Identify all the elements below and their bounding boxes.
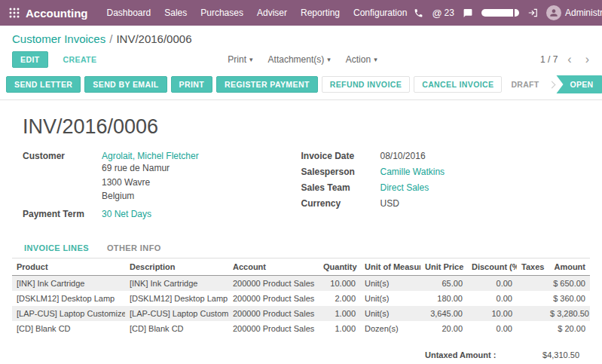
menu-item-adviser[interactable]: Adviser [250,1,294,25]
chat-bubble-icon[interactable] [463,8,473,18]
table-cell: [CD] Blank CD [12,321,125,336]
usage-progress-bar[interactable] [481,9,519,17]
print-button[interactable]: PRINT [171,76,213,93]
table-cell: Unit(s) [360,306,420,321]
table-cell: $ 20.00 [545,321,590,336]
breadcrumb: Customer Invoices / INV/2016/0006 [0,26,602,47]
table-cell: 200000 Product Sales [228,275,319,291]
column-header-account[interactable]: Account [228,258,319,276]
dropdown-attachment-s-[interactable]: Attachment(s)▾ [268,54,331,65]
table-cell: Unit(s) [360,275,420,291]
table-cell [517,306,545,321]
customer-link[interactable]: Agrolait, Michel Fletcher [102,151,199,161]
table-cell: 65.00 [420,275,467,291]
app-title[interactable]: Accounting [26,7,88,20]
payment-term-label: Payment Term [23,209,102,219]
table-cell: [LAP-CUS] Laptop Customized [125,306,228,321]
caret-down-icon: ▾ [249,57,253,63]
send-by-email-button[interactable]: SEND BY EMAIL [84,76,167,93]
table-cell: 10.00 [467,306,517,321]
create-button[interactable]: CREATE [56,52,105,67]
table-cell: 200000 Product Sales [228,291,319,306]
table-cell: [DSKLM12] Desktop Lamp [125,291,228,306]
customer-label: Customer [23,151,102,203]
menu-item-dashboard[interactable]: Dashboard [100,1,158,25]
phone-icon[interactable] [414,8,423,18]
table-cell: [INK] Ink Cartridge [12,275,125,291]
avatar [546,5,561,20]
field-group-left: Customer Agrolait, Michel Fletcher 69 ru… [23,151,301,225]
table-cell: 0.00 [467,321,517,336]
dropdown-print[interactable]: Print▾ [228,54,252,65]
payment-term-link[interactable]: 30 Net Days [102,209,151,219]
table-cell: 10.000 [319,275,360,291]
table-row[interactable]: [DSKLM12] Desktop Lamp[DSKLM12] Desktop … [12,291,590,306]
mentions-counter[interactable]: @ 23 [432,8,454,19]
apps-grid-icon[interactable] [9,8,20,18]
cancel-invoice-button[interactable]: CANCEL INVOICE [414,76,502,93]
menu-item-configuration[interactable]: Configuration [347,1,414,25]
send-letter-button[interactable]: SEND LETTER [6,76,81,93]
table-cell: Unit(s) [360,291,420,306]
table-cell: 20.00 [420,321,467,336]
menu-item-reporting[interactable]: Reporting [294,1,347,25]
invoice-lines-body: [INK] Ink Cartridge[INK] Ink Cartridge20… [12,275,590,336]
column-header-description[interactable]: Description [125,258,228,276]
table-cell: 0.00 [467,275,517,291]
untaxed-amount-label: Untaxed Amount : [425,350,496,359]
customer-address-line: Belgium [102,189,199,203]
pager-next-button[interactable]: › [582,54,593,66]
currency-value: USD [380,198,399,209]
table-row[interactable]: [CD] Blank CD[CD] Blank CD200000 Product… [12,321,590,336]
top-navbar: Accounting DashboardSalesPurchasesAdvise… [0,0,602,26]
table-cell: [DSKLM12] Desktop Lamp [12,291,125,306]
refund-invoice-button[interactable]: REFUND INVOICE [322,76,410,93]
table-cell: 3,645.00 [420,306,467,321]
customer-address-line: 1300 Wavre [102,176,199,190]
menu-item-sales[interactable]: Sales [157,1,194,25]
register-payment-button[interactable]: REGISTER PAYMENT [216,76,318,93]
breadcrumb-parent[interactable]: Customer Invoices [12,32,105,45]
status-open[interactable]: OPEN [556,75,602,93]
column-header-taxes[interactable]: Taxes [517,258,545,276]
pager-previous-button[interactable]: ‹ [564,54,575,66]
sales-team-link[interactable]: Direct Sales [380,182,429,193]
table-cell: $ 650.00 [545,275,590,291]
table-cell [517,291,545,306]
table-cell: [INK] Ink Cartridge [125,275,228,291]
table-cell: $ 360.00 [545,291,590,306]
menu-item-purchases[interactable]: Purchases [194,1,250,25]
table-cell [517,275,545,291]
table-cell: 0.00 [467,291,517,306]
sign-in-icon[interactable] [527,8,538,18]
at-icon: @ [432,8,442,19]
table-cell: 200000 Product Sales [228,321,319,336]
dropdown-action[interactable]: Action▾ [346,54,377,65]
column-header-unit-of-measure[interactable]: Unit of Measure [360,258,420,276]
page-title: INV/2016/0006 [23,115,579,139]
tab-other-info[interactable]: OTHER INFO [98,238,170,258]
column-header-amount[interactable]: Amount [545,258,590,276]
action-buttons-primary: SEND LETTERSEND BY EMAILPRINTREGISTER PA… [6,76,318,93]
column-header-product[interactable]: Product [12,258,125,276]
salesperson-link[interactable]: Camille Watkins [380,167,445,177]
chevron-right-icon [549,81,556,88]
table-cell: 2.000 [319,291,360,306]
app-menu: DashboardSalesPurchasesAdviserReportingC… [100,1,414,25]
caret-down-icon: ▾ [327,57,331,63]
currency-label: Currency [301,198,380,209]
action-buttons-secondary: REFUND INVOICECANCEL INVOICE [322,76,503,93]
column-header-quantity[interactable]: Quantity [319,258,360,276]
pager-counter: 1 / 7 [540,54,558,65]
field-group-right: Invoice Date 08/10/2016 Salesperson Cami… [301,151,580,225]
status-draft[interactable]: DRAFT [502,76,548,93]
table-row[interactable]: [INK] Ink Cartridge[INK] Ink Cartridge20… [12,275,590,291]
edit-button[interactable]: EDIT [12,51,48,68]
sales-team-label: Sales Team [301,182,380,193]
table-row[interactable]: [LAP-CUS] Laptop Customized[LAP-CUS] Lap… [12,306,590,321]
column-header-unit-price[interactable]: Unit Price [420,258,467,276]
user-menu[interactable]: Administrator ▾ [546,5,602,20]
tab-invoice-lines[interactable]: INVOICE LINES [15,238,98,258]
table-header-row: ProductDescriptionAccountQuantityUnit of… [12,258,590,276]
column-header-discount-[interactable]: Discount (%) [467,258,517,276]
